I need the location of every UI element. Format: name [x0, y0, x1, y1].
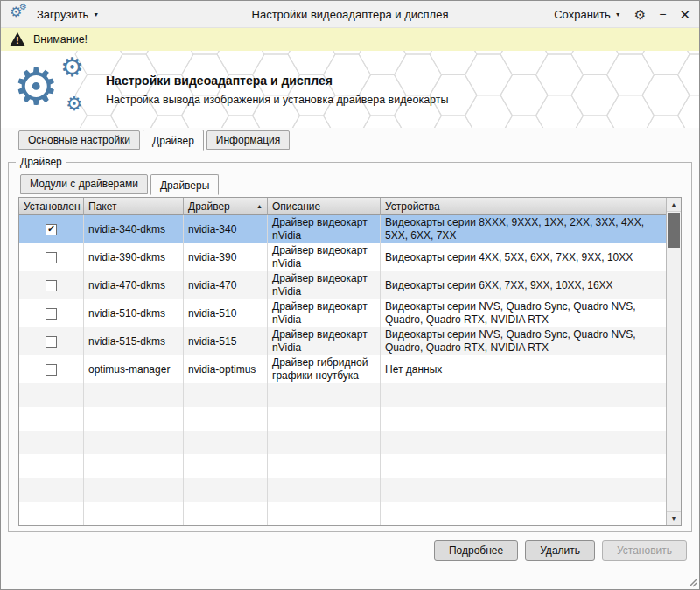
tab-driver-modules[interactable]: Модули с драйверами [20, 174, 148, 194]
warning-icon: ! [10, 32, 25, 46]
installed-checkbox[interactable]: ✓ [46, 336, 57, 348]
delete-button[interactable]: Удалить [525, 540, 595, 561]
description-cell: Драйвер гибридной графики ноутбука [268, 355, 381, 383]
package-cell: nvidia-470-dkms [84, 271, 184, 299]
warning-text: Внимание! [33, 33, 88, 46]
column-header-installed[interactable]: Установлен [19, 198, 84, 215]
package-cell: nvidia-515-dkms [84, 327, 184, 355]
load-menu-label: Загрузить [37, 8, 88, 21]
empty-row [19, 431, 666, 454]
minimize-button[interactable]: − [659, 8, 666, 20]
chevron-down-icon: ▼ [93, 11, 99, 18]
empty-row [19, 454, 666, 478]
page-header: ⚙ ⚙ ⚙ Настройки видеоадаптера и дисплея … [1, 51, 699, 128]
installed-checkbox[interactable]: ✓ [46, 252, 57, 263]
package-cell: nvidia-510-dkms [84, 299, 184, 327]
table-row[interactable]: ✓ optimus-manager nvidia-optimus Драйвер… [19, 355, 666, 383]
tab-main-settings[interactable]: Основные настройки [18, 130, 140, 150]
scrollbar-thumb[interactable] [668, 213, 680, 248]
scroll-down-button[interactable]: ▼ [667, 511, 681, 525]
devices-cell: Видеокарты серии 8XXX, 9XXX, 1XX, 2XX, 3… [381, 215, 666, 243]
installed-checkbox[interactable]: ✓ [46, 280, 57, 291]
tab-information[interactable]: Информация [206, 130, 290, 150]
devices-cell: Видеокарты серии NVS, Quadro Sync, Quadr… [381, 327, 666, 355]
table-row[interactable]: ✓ nvidia-470-dkms nvidia-470 Драйвер вид… [19, 271, 666, 299]
description-cell: Драйвер видеокарт nVidia [268, 299, 381, 327]
scroll-up-button[interactable]: ▲ [667, 198, 681, 212]
devices-cell: Нет данных [381, 355, 666, 383]
package-cell: optimus-manager [84, 355, 184, 383]
driver-subtabs: Модули с драйверами Драйверы [18, 174, 682, 194]
resize-grip[interactable] [687, 577, 697, 587]
settings-gear-icon[interactable]: ⚙ [634, 8, 646, 21]
chevron-down-icon: ▼ [615, 11, 621, 18]
package-cell: nvidia-390-dkms [84, 243, 184, 271]
installed-checkbox[interactable]: ✓ [46, 364, 57, 376]
driver-cell: nvidia-optimus [184, 355, 268, 383]
devices-cell: Видеокарты серии 6XX, 7XX, 9XX, 10XX, 16… [381, 271, 666, 299]
tab-driver[interactable]: Драйвер [143, 130, 204, 151]
empty-row [19, 502, 666, 525]
titlebar: Настройки видеоадаптера и дисплея ⚙ ⚙ За… [1, 1, 699, 28]
main-tabs: Основные настройки Драйвер Информация [1, 128, 699, 150]
app-window: Настройки видеоадаптера и дисплея ⚙ ⚙ За… [0, 0, 700, 590]
groupbox-legend: Драйвер [16, 156, 66, 168]
check-icon: ✓ [47, 224, 55, 234]
column-header-driver[interactable]: Драйвер ▲ [184, 198, 268, 215]
column-header-description[interactable]: Описание [268, 198, 381, 215]
page-title: Настройки видеоадаптера и дисплея [106, 74, 449, 88]
driver-cell: nvidia-515 [184, 327, 268, 355]
table-header: Установлен Пакет Драйвер ▲ Описание Устр… [19, 198, 666, 215]
table-row[interactable]: ✓ nvidia-340-dkms nvidia-340 Драйвер вид… [19, 215, 666, 243]
scrollbar-track[interactable] [667, 212, 681, 511]
save-menu-button[interactable]: Сохранить ▼ [554, 8, 621, 21]
description-cell: Драйвер видеокарт nVidia [268, 215, 381, 243]
page-subtitle: Настройка вывода изображения и установка… [106, 94, 449, 106]
details-button[interactable]: Подробнее [434, 540, 518, 561]
save-menu-label: Сохранить [554, 8, 611, 21]
tab-drivers[interactable]: Драйверы [150, 174, 219, 195]
description-cell: Драйвер видеокарт nVidia [268, 327, 381, 355]
driver-cell: nvidia-390 [184, 243, 268, 271]
driver-groupbox: Драйвер Модули с драйверами Драйверы Уст… [8, 162, 692, 532]
gears-icon: ⚙ ⚙ ⚙ [11, 56, 92, 123]
install-button[interactable]: Установить [602, 540, 687, 561]
column-header-package[interactable]: Пакет [84, 198, 184, 215]
close-button[interactable]: ✕ [679, 8, 690, 21]
table-row[interactable]: ✓ nvidia-515-dkms nvidia-515 Драйвер вид… [19, 327, 666, 355]
sort-asc-icon: ▲ [256, 203, 262, 209]
app-gears-icon: ⚙ ⚙ [10, 4, 29, 24]
action-buttons: Подробнее Удалить Установить [13, 540, 687, 561]
description-cell: Драйвер видеокарт nVidia [268, 271, 381, 299]
devices-cell: Видеокарты серии NVS, Quadro Sync, Quadr… [381, 299, 666, 327]
description-cell: Драйвер видеокарт nVidia [268, 243, 381, 271]
installed-checkbox[interactable]: ✓ [46, 224, 57, 235]
load-menu-button[interactable]: Загрузить ▼ [37, 8, 99, 21]
table-body: ✓ nvidia-340-dkms nvidia-340 Драйвер вид… [19, 215, 666, 525]
vertical-scrollbar[interactable]: ▲ ▼ [666, 198, 681, 525]
warning-bar: ! Внимание! [1, 28, 699, 51]
devices-cell: Видеокарты серии 4XX, 5XX, 6XX, 7XX, 9XX… [381, 243, 666, 271]
installed-checkbox[interactable]: ✓ [46, 308, 57, 320]
empty-row [19, 407, 666, 431]
empty-row [19, 383, 666, 407]
driver-cell: nvidia-340 [184, 215, 268, 243]
package-cell: nvidia-340-dkms [84, 215, 184, 243]
drivers-table: Установлен Пакет Драйвер ▲ Описание Устр… [18, 197, 682, 526]
column-header-devices[interactable]: Устройства [381, 198, 666, 215]
driver-cell: nvidia-470 [184, 271, 268, 299]
driver-cell: nvidia-510 [184, 299, 268, 327]
table-row[interactable]: ✓ nvidia-390-dkms nvidia-390 Драйвер вид… [19, 243, 666, 271]
empty-row [19, 478, 666, 502]
content-area: Драйвер Модули с драйверами Драйверы Уст… [1, 150, 699, 561]
table-row[interactable]: ✓ nvidia-510-dkms nvidia-510 Драйвер вид… [19, 299, 666, 327]
